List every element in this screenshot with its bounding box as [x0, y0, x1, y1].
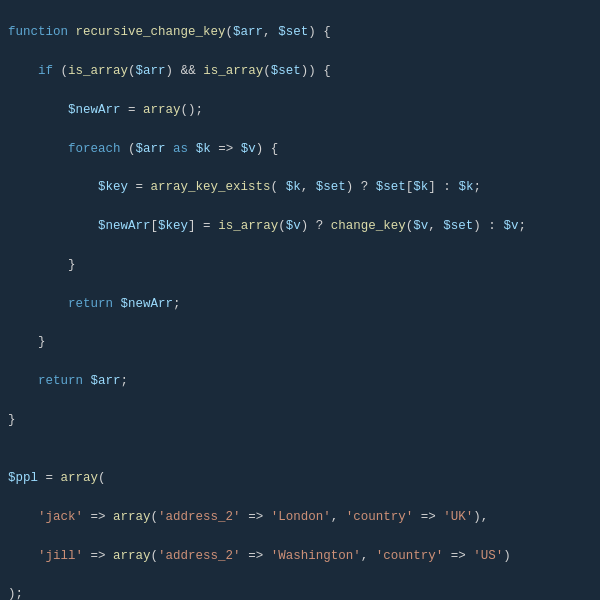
code-line-7: }	[8, 256, 592, 275]
code-line-15: 'jill' => array('address_2' => 'Washingt…	[8, 547, 592, 566]
code-line-1: function recursive_change_key($arr, $set…	[8, 23, 592, 42]
code-line-11: }	[8, 411, 592, 430]
code-line-8: return $newArr;	[8, 295, 592, 314]
code-line-2: if (is_array($arr) && is_array($set)) {	[8, 62, 592, 81]
code-line-6: $newArr[$key] = is_array($v) ? change_ke…	[8, 217, 592, 236]
code-line-16: );	[8, 585, 592, 600]
code-editor: function recursive_change_key($arr, $set…	[0, 0, 600, 600]
code-line-5: $key = array_key_exists( $k, $set) ? $se…	[8, 178, 592, 197]
code-line-10: return $arr;	[8, 372, 592, 391]
code-line-13: $ppl = array(	[8, 469, 592, 488]
code-line-3: $newArr = array();	[8, 101, 592, 120]
code-line-4: foreach ($arr as $k => $v) {	[8, 140, 592, 159]
code-line-9: }	[8, 333, 592, 352]
code-line-14: 'jack' => array('address_2' => 'London',…	[8, 508, 592, 527]
